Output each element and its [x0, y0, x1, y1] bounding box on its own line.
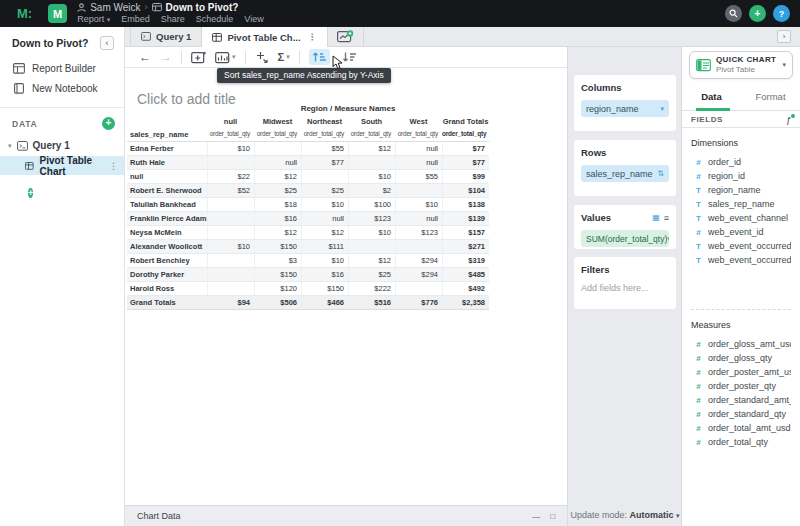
measure-field[interactable]: # order_total_qty: [691, 435, 791, 449]
measure-field[interactable]: # order_standard_qty: [691, 407, 791, 421]
columns-field-pill[interactable]: region_name ▾: [581, 100, 669, 117]
pivot-column-header[interactable]: null order_total_qty: [207, 115, 254, 141]
new-chart-tab-button[interactable]: [328, 27, 364, 46]
pivot-row-dimension-header[interactable]: sales_rep_name: [127, 115, 207, 141]
tab-format[interactable]: Format: [741, 82, 800, 110]
caret-down-icon[interactable]: ▾: [667, 235, 669, 243]
chart-name: Pivot Table Chart: [40, 155, 103, 177]
value-cell: $2,358: [442, 296, 489, 309]
value-cell: $222: [348, 282, 395, 295]
sort-ascending-button[interactable]: [309, 49, 330, 65]
dimension-field[interactable]: T sales_rep_name: [691, 197, 791, 211]
tab-kebab-icon[interactable]: ⋮: [308, 32, 317, 42]
kebab-menu-icon[interactable]: ⋮: [109, 161, 118, 171]
quick-chart-selector[interactable]: QUICK CHART Pivot Table ▾: [689, 51, 793, 79]
dimension-field[interactable]: T web_event_occurred_do_w_name: [691, 253, 791, 267]
mode-logo[interactable]: M:: [17, 6, 32, 21]
values-list-toggle-icon[interactable]: ≡: [664, 213, 669, 223]
value-cell: $10: [207, 240, 254, 253]
measure-field[interactable]: # order_total_amt_usd: [691, 421, 791, 435]
menu-item[interactable]: Embed: [121, 14, 150, 25]
value-cell: $25: [301, 184, 348, 197]
field-type-icon: T: [694, 186, 703, 195]
add-data-button[interactable]: +: [102, 117, 115, 130]
sidebar-collapse-button[interactable]: ‹: [100, 36, 114, 50]
user-name[interactable]: Sam Weick: [90, 2, 140, 13]
tab-label: Query 1: [156, 31, 191, 42]
value-cell: [395, 282, 442, 295]
sidebar-item-query[interactable]: ▾ Query 1: [0, 140, 124, 151]
pivot-column-header[interactable]: Northeast order_total_qty: [301, 115, 348, 141]
sort-ascending-icon: [312, 51, 327, 63]
values-field-pill[interactable]: SUM(order_total_qty) ▾: [581, 230, 669, 247]
menu-report[interactable]: Report ▾: [77, 14, 110, 25]
row-label-cell: Dorothy Parker: [127, 268, 207, 281]
dimension-field[interactable]: # order_id: [691, 155, 791, 169]
measure-field[interactable]: # order_standard_amt_usd: [691, 393, 791, 407]
expand-icon[interactable]: □: [550, 512, 555, 521]
tab-data[interactable]: Data: [682, 82, 741, 110]
pivot-column-header[interactable]: Grand Totals order_total_qty: [442, 115, 489, 141]
table-row: Grand Totals $94 $506 $466 $516 $776 $2,…: [127, 296, 489, 310]
value-cell: $150: [254, 268, 301, 281]
value-cell: [207, 212, 254, 225]
dimension-field[interactable]: # region_id: [691, 169, 791, 183]
measure-field[interactable]: # order_poster_qty: [691, 379, 791, 393]
fields-divider: [691, 309, 791, 310]
help-button[interactable]: ?: [773, 5, 790, 22]
sidebar-item-label: New Notebook: [32, 83, 98, 94]
rows-shelf: Rows sales_rep_name ⇅: [574, 140, 676, 196]
pivot-column-header[interactable]: West order_total_qty: [395, 115, 442, 141]
value-cell: $12: [301, 226, 348, 239]
plus-icon: +: [106, 117, 112, 128]
left-sidebar: Down to Pivot? ‹ Report Builder New Note…: [0, 27, 125, 526]
table-row: Franklin Pierce Adams $16 null $123 null…: [127, 212, 489, 226]
value-cell: $12: [348, 254, 395, 267]
values-grid-toggle-icon[interactable]: ▦: [652, 213, 660, 222]
menu-item[interactable]: Share: [161, 14, 185, 25]
update-mode-control[interactable]: Update mode: Automatic ▾: [568, 510, 682, 520]
value-cell: $12: [348, 142, 395, 155]
chart-type-button[interactable]: ▾: [215, 51, 236, 64]
expander-icon[interactable]: ▾: [8, 142, 12, 150]
sidebar-item-new-notebook[interactable]: New Notebook: [0, 83, 124, 94]
formula-button[interactable]: ƒ: [786, 114, 791, 125]
menu-item[interactable]: Schedule: [196, 14, 234, 25]
measure-field[interactable]: # order_poster_amt_usd: [691, 365, 791, 379]
measure-field[interactable]: # order_gloss_qty: [691, 351, 791, 365]
new-button[interactable]: +: [749, 5, 766, 22]
swap-rows-columns-button[interactable]: [255, 51, 269, 64]
dimension-field[interactable]: # web_event_id: [691, 225, 791, 239]
tab-pivot-chart[interactable]: Pivot Table Ch... ⋮: [202, 27, 327, 47]
tabbar: Query 1 Pivot Table Ch... ⋮ ›: [125, 27, 800, 47]
tab-query[interactable]: Query 1: [130, 27, 202, 46]
measure-field[interactable]: # order_gloss_amt_usd: [691, 337, 791, 351]
aggregate-button[interactable]: Σ ▾: [278, 51, 290, 63]
report-title[interactable]: Down to Pivot?: [166, 2, 239, 13]
value-cell: $139: [442, 212, 489, 225]
workspace-badge[interactable]: M: [48, 4, 67, 23]
chart-data-bar[interactable]: Chart Data — □: [125, 505, 567, 526]
menu-item[interactable]: View: [244, 14, 263, 25]
sidebar-item-pivot-chart-selected[interactable]: Pivot Table Chart ⋮: [0, 156, 124, 175]
panel-collapse-button[interactable]: ›: [777, 30, 791, 43]
minimize-icon[interactable]: —: [532, 512, 540, 521]
pivot-column-header[interactable]: Midwest order_total_qty: [254, 115, 301, 141]
sidebar-item-report-builder[interactable]: Report Builder: [0, 63, 124, 74]
add-chart-button[interactable]: +: [28, 188, 33, 198]
caret-down-icon[interactable]: ▾: [660, 105, 664, 113]
value-cell: [254, 142, 301, 155]
dimension-field[interactable]: T web_event_occurred_date: [691, 239, 791, 253]
undo-button[interactable]: ←: [139, 51, 151, 63]
pivot-column-header[interactable]: South order_total_qty: [348, 115, 395, 141]
redo-button[interactable]: →: [160, 51, 172, 63]
filters-placeholder[interactable]: Add fields here...: [581, 283, 669, 293]
dimension-field[interactable]: T web_event_channel: [691, 211, 791, 225]
search-button[interactable]: [725, 5, 742, 22]
rows-field-pill[interactable]: sales_rep_name ⇅: [581, 165, 669, 182]
value-cell: [348, 240, 395, 253]
dimension-field[interactable]: T region_name: [691, 183, 791, 197]
field-type-icon: #: [694, 396, 703, 405]
add-to-report-button[interactable]: [191, 51, 206, 64]
value-cell: $22: [207, 170, 254, 183]
